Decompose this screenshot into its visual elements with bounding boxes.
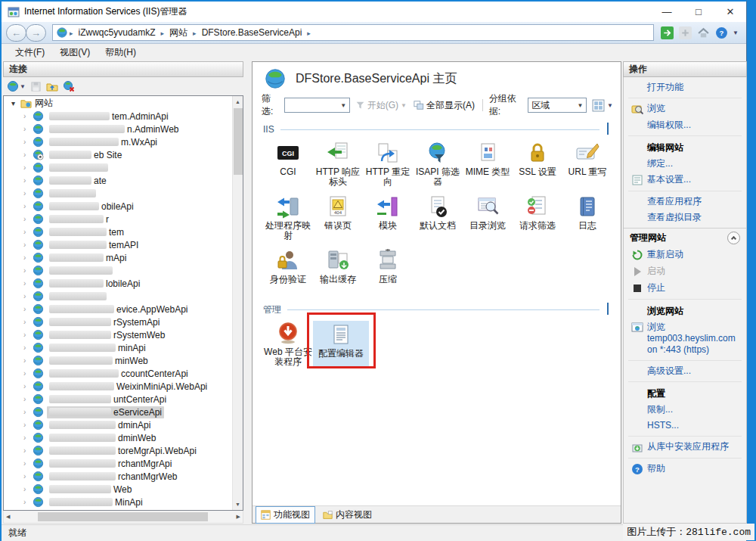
tree-collapse-chevron-icon[interactable]: › [23, 446, 32, 455]
tree-collapse-chevron-icon[interactable]: › [23, 485, 32, 493]
tree-item[interactable]: ›n.AdminWeb [4, 123, 231, 135]
tree-collapse-chevron-icon[interactable]: › [23, 253, 32, 262]
tree-item[interactable]: ›WeixinMiniApi.WebApi [4, 380, 231, 393]
scroll-down-arrow[interactable]: ▼ [233, 499, 243, 510]
menu-item-0[interactable]: 文件(F) [8, 44, 52, 61]
breadcrumb-segment[interactable]: 网站 [165, 26, 192, 39]
tree-collapse-chevron-icon[interactable]: › [23, 279, 32, 288]
new-connection-dropdown-arrow[interactable]: ▼ [20, 83, 26, 90]
tree-item[interactable]: ›rchantMgrApi [4, 457, 231, 470]
feature-item[interactable]: HTTP 响应标头 [313, 141, 363, 187]
tree-expand-chevron-icon[interactable]: ▾ [11, 99, 20, 107]
tree-item[interactable]: ›ate [4, 174, 231, 187]
home-icon[interactable] [696, 26, 710, 39]
tree-item[interactable]: ›minApi [4, 341, 231, 354]
tab-content-view[interactable]: 内容视图 [318, 506, 377, 524]
tree-item[interactable]: ›tem [4, 225, 231, 238]
show-all-button[interactable]: 全部显示(A) [412, 99, 476, 112]
tree-item[interactable]: ›dminWeb [4, 431, 231, 444]
tree-collapse-chevron-icon[interactable]: › [23, 189, 32, 197]
tree-item[interactable]: ›evice.AppWebApi [4, 303, 231, 316]
tree-item[interactable]: ›eb Site [4, 148, 231, 161]
action-link[interactable]: HSTS... [624, 418, 746, 434]
action-link[interactable]: 编辑权限... [624, 117, 746, 133]
tree-collapse-chevron-icon[interactable]: › [23, 369, 32, 378]
help-dropdown-arrow[interactable]: ▼ [733, 30, 739, 36]
scroll-up-arrow[interactable]: ▲ [233, 96, 243, 107]
feature-item[interactable]: 输出缓存 [313, 248, 363, 284]
tree-item[interactable]: ›dminApi [4, 418, 231, 431]
disconnect-button[interactable] [63, 80, 75, 92]
tree-collapse-chevron-icon[interactable]: › [23, 138, 32, 146]
tree-vertical-scrollbar[interactable]: ▲ ▼ [232, 96, 243, 510]
close-button[interactable]: ✕ [714, 2, 746, 22]
tree-item[interactable]: ›Web [4, 483, 231, 496]
tab-features-view[interactable]: 功能视图 [256, 506, 315, 524]
tree-item[interactable]: ›mApi [4, 251, 231, 264]
tree-item[interactable]: ›obileApi [4, 200, 231, 213]
action-link[interactable]: 重新启动 [624, 247, 746, 263]
tree-collapse-chevron-icon[interactable]: › [23, 292, 32, 300]
group-collapse-button[interactable] [727, 232, 740, 244]
action-link[interactable]: 从库中安装应用程序 [624, 439, 746, 455]
tree-collapse-chevron-icon[interactable]: › [23, 395, 32, 403]
feature-item[interactable]: 模块 [363, 194, 413, 241]
tree-collapse-chevron-icon[interactable]: › [23, 112, 32, 120]
tree-collapse-chevron-icon[interactable]: › [23, 421, 32, 429]
tree-collapse-chevron-icon[interactable]: › [23, 266, 32, 275]
forward-button[interactable]: → [26, 24, 46, 42]
up-level-button[interactable] [46, 80, 58, 92]
feature-item[interactable]: 请求筛选 [513, 194, 562, 241]
section-collapse-button[interactable] [607, 304, 609, 315]
tree-item[interactable]: ›MinApi [4, 496, 231, 508]
tree-hscrollbar-thumb[interactable] [38, 512, 208, 521]
feature-item[interactable]: 目录浏览 [463, 194, 513, 241]
tree-collapse-chevron-icon[interactable]: › [23, 472, 32, 480]
back-button[interactable]: ← [6, 24, 26, 42]
tree-collapse-chevron-icon[interactable]: › [23, 202, 32, 210]
feature-item[interactable]: SSL 设置 [513, 141, 562, 187]
action-link[interactable]: 浏览 temp003.heyslim.com on *:443 (https) [624, 319, 746, 358]
tree-collapse-chevron-icon[interactable]: › [23, 215, 32, 223]
tree-item[interactable]: › [4, 161, 231, 174]
tree-item[interactable]: ›lobileApi [4, 277, 231, 290]
new-connection-button[interactable]: ▼ [7, 80, 26, 92]
feature-item[interactable]: URL 重写 [562, 141, 612, 187]
menu-item-1[interactable]: 视图(V) [52, 44, 98, 61]
group-by-dropdown-arrow[interactable]: ▼ [575, 98, 586, 112]
tree-collapse-chevron-icon[interactable]: › [23, 305, 32, 313]
tree-item[interactable]: ›ccountCenterApi [4, 367, 231, 380]
menu-item-2[interactable]: 帮助(H) [98, 44, 144, 61]
feature-item[interactable]: 处理程序映射 [263, 194, 313, 241]
feature-item[interactable]: ISAPI 筛选器 [413, 141, 463, 187]
tree-item[interactable]: ›tem.AdminApi [4, 110, 231, 123]
section-collapse-button[interactable] [607, 124, 609, 135]
tree-collapse-chevron-icon[interactable]: › [23, 459, 32, 468]
minimize-button[interactable]: — [651, 2, 683, 22]
tree-collapse-chevron-icon[interactable]: › [23, 241, 32, 249]
tree-collapse-chevron-icon[interactable]: › [23, 382, 32, 390]
action-link[interactable]: 限制... [624, 402, 746, 418]
help-icon[interactable]: ? [714, 26, 728, 39]
feature-item[interactable]: 压缩 [363, 248, 413, 284]
scroll-left-arrow[interactable]: ◀ [6, 514, 10, 520]
tree-item[interactable]: › [4, 264, 231, 277]
breadcrumb-segment[interactable]: iZwwqc5yvudamkZ [74, 26, 160, 39]
filter-dropdown-arrow[interactable]: ▼ [338, 98, 349, 112]
action-link[interactable]: 高级设置... [624, 363, 746, 379]
action-link[interactable]: 停止 [624, 280, 746, 297]
tree-root-item[interactable]: ▾网站 [4, 97, 231, 110]
filter-input[interactable]: ▼ [284, 98, 350, 113]
tree-item-selected[interactable]: ›eServiceApi [4, 406, 231, 418]
action-link[interactable]: 浏览 [624, 101, 746, 117]
action-link[interactable]: 打开功能 [624, 79, 746, 95]
tree-collapse-chevron-icon[interactable]: › [23, 318, 32, 326]
tree-scrollbar-thumb[interactable] [234, 108, 243, 175]
tree-collapse-chevron-icon[interactable]: › [23, 125, 32, 133]
tree-horizontal-scrollbar[interactable]: ◀ ▶ [3, 511, 243, 524]
tree-collapse-chevron-icon[interactable]: › [23, 434, 32, 442]
feature-item[interactable]: CGICGI [263, 141, 313, 187]
tree-collapse-chevron-icon[interactable]: › [23, 176, 32, 185]
tree-collapse-chevron-icon[interactable]: › [23, 228, 32, 236]
action-link[interactable]: ?帮助 [624, 461, 746, 477]
